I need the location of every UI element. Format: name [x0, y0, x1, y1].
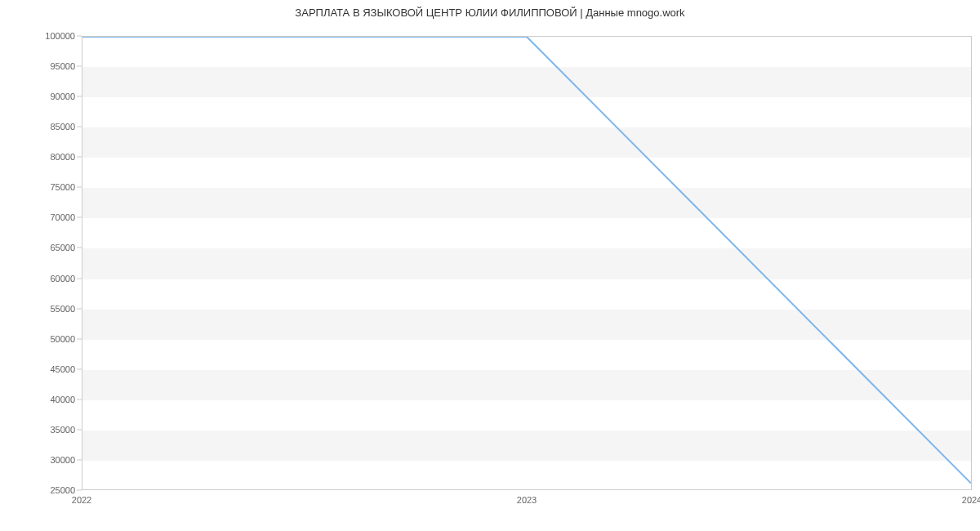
y-tick-mark: [77, 96, 82, 97]
chart-title: ЗАРПЛАТА В ЯЗЫКОВОЙ ЦЕНТР ЮЛИИ ФИЛИППОВО…: [0, 7, 980, 19]
y-tick-mark: [77, 338, 82, 339]
y-tick-mark: [77, 157, 82, 158]
x-tick-label: 2022: [72, 495, 91, 505]
y-tick-label: 55000: [50, 304, 75, 314]
y-tick-mark: [77, 368, 82, 369]
y-tick-label: 45000: [50, 364, 75, 374]
y-tick-mark: [77, 399, 82, 399]
y-tick-mark: [77, 36, 82, 37]
y-tick-mark: [77, 308, 82, 309]
y-tick-mark: [77, 429, 82, 430]
y-tick-label: 35000: [50, 425, 75, 435]
y-tick-label: 80000: [50, 152, 75, 162]
y-tick-label: 85000: [50, 122, 75, 132]
y-tick-label: 40000: [50, 395, 75, 404]
y-tick-label: 90000: [50, 91, 75, 101]
x-tick-label: 2024: [962, 495, 980, 505]
y-tick-mark: [77, 459, 82, 460]
y-tick-mark: [77, 127, 82, 127]
y-tick-label: 65000: [50, 243, 75, 252]
line-series: [82, 37, 971, 489]
plot-area: [82, 36, 972, 490]
y-tick-mark: [77, 66, 82, 67]
x-tick-label: 2023: [517, 495, 537, 505]
y-tick-mark: [77, 248, 82, 248]
y-tick-label: 50000: [50, 334, 75, 344]
y-tick-label: 25000: [50, 485, 75, 495]
y-tick-mark: [77, 217, 82, 218]
y-tick-mark: [77, 278, 82, 279]
y-tick-label: 30000: [50, 455, 75, 465]
y-tick-label: 75000: [50, 182, 75, 192]
y-tick-label: 70000: [50, 212, 75, 222]
chart-container: ЗАРПЛАТА В ЯЗЫКОВОЙ ЦЕНТР ЮЛИИ ФИЛИППОВО…: [0, 0, 980, 531]
y-tick-label: 60000: [50, 274, 75, 283]
y-tick-label: 100000: [45, 31, 75, 41]
y-tick-mark: [77, 490, 82, 491]
y-tick-mark: [77, 187, 82, 188]
y-tick-label: 95000: [50, 61, 75, 71]
